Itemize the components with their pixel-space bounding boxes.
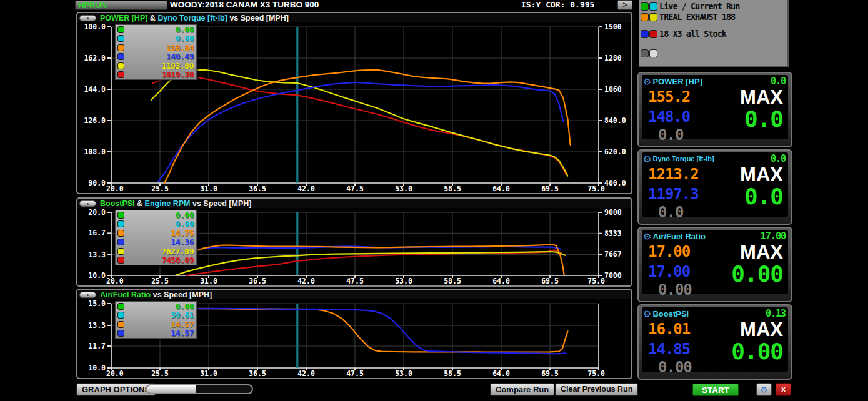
legend-row-run1: TREAL EXHAUST 188 xyxy=(641,12,735,22)
axis-tick-label: 69.5 xyxy=(541,184,559,193)
gauge-current-value: 17.00 xyxy=(761,230,786,242)
series-color-swatch xyxy=(117,330,124,337)
start-button[interactable]: START xyxy=(692,384,739,396)
axis-tick-label: 10.0 xyxy=(88,364,106,372)
gear-icon[interactable]: ⚙ xyxy=(643,77,651,86)
axis-tick-label: 1500 xyxy=(604,23,622,31)
series-color-swatch xyxy=(117,26,124,33)
gear-icon[interactable]: ⚙ xyxy=(643,232,651,241)
gauge-current-value: 0.13 xyxy=(766,308,786,319)
axis-tick-label: 42.0 xyxy=(297,277,315,285)
chart-legend-row: 0.00 xyxy=(116,34,196,44)
chart-collapse-button[interactable] xyxy=(79,292,96,298)
color-swatch xyxy=(649,2,657,11)
gauge-live-max: 0.0 xyxy=(744,184,783,209)
axis-tick-label: 69.5 xyxy=(541,369,559,378)
app-logo-button[interactable]: HPRUN xyxy=(75,1,167,10)
gauge-run1-max: 1213.2 xyxy=(648,166,699,183)
gauge-title: POWER [HP] xyxy=(652,77,702,86)
chart-legend-row: 0.00 xyxy=(116,302,196,311)
legend-label: Live / Current Run xyxy=(659,1,739,11)
gauge-live-max: 0.00 xyxy=(731,339,783,364)
gauge-torque: ⚙ Dyno Torque [ft-lb] 0.0 1213.2 MAX 119… xyxy=(637,149,792,225)
axis-tick-label: 31.0 xyxy=(200,184,217,193)
chart-collapse-button[interactable] xyxy=(79,200,96,207)
gauge-screen: ⚙ BoostPSI 0.13 16.01 MAX 14.85 0.00 0.0… xyxy=(642,307,788,372)
series-cursor-value: 1103.80 xyxy=(124,61,196,71)
series-cursor-value: 7458.09 xyxy=(124,255,196,265)
series-cursor-value: 150.84 xyxy=(124,43,196,52)
chart-header: BoostPSI & Engine RPM vs Speed [MPH] xyxy=(77,199,631,208)
axis-tick-label: 162.0 xyxy=(84,54,106,62)
gear-icon[interactable]: ⚙ xyxy=(643,309,651,319)
chart-legend-row: 7627.09 xyxy=(116,247,196,256)
chart-plot-area[interactable]: 180.0162.0144.0126.0108.090.015001280106… xyxy=(77,23,631,193)
color-swatch xyxy=(641,13,649,21)
color-swatch xyxy=(641,49,649,57)
axis-tick-label: 75.0 xyxy=(587,369,605,378)
gauge-max-label: MAX xyxy=(740,86,783,109)
series-cursor-value: 0.00 xyxy=(124,210,196,220)
axis-tick-label: 31.0 xyxy=(200,369,217,378)
settings-gear-button[interactable]: ⚙ xyxy=(756,383,772,396)
axis-tick-label: 1280 xyxy=(604,54,622,62)
color-swatch xyxy=(641,2,649,11)
axis-tick-label: 620.0 xyxy=(604,147,626,156)
axis-tick-label: 42.0 xyxy=(297,184,315,193)
axis-tick-label: 47.5 xyxy=(346,277,364,285)
legend-label: 18 X3 all Stock xyxy=(659,29,726,39)
chart-legend-row: 1103.80 xyxy=(116,61,196,71)
axis-tick-label: 13.3 xyxy=(88,250,106,259)
chart-legend-row: 7458.09 xyxy=(116,256,196,265)
axis-tick-label: 180.0 xyxy=(84,23,106,31)
chart-plot-area[interactable]: 15.013.311.710.020.025.531.036.542.047.5… xyxy=(77,300,631,378)
axis-tick-label: 64.0 xyxy=(492,184,510,193)
gear-icon[interactable]: ⚙ xyxy=(643,154,651,164)
chart-title: POWER [HP] & Dyno Torque [ft-lb] vs Spee… xyxy=(100,14,289,22)
expand-legend-button[interactable]: > xyxy=(617,0,632,10)
gauge-zero-value: 0.00 xyxy=(658,359,692,376)
chart-legend-row: 50.61 xyxy=(116,311,196,320)
gauge-run2-max: 17.00 xyxy=(648,263,690,280)
graph-options-button[interactable]: GRAPH OPTIONS xyxy=(76,383,156,396)
chart-collapse-button[interactable] xyxy=(79,15,96,21)
compare-run-button[interactable]: Compare Run xyxy=(490,383,554,396)
chart-title-segment: POWER [HP] xyxy=(100,14,147,22)
axis-tick-label: 25.5 xyxy=(151,277,169,285)
chart-legend-row: 1019.30 xyxy=(116,71,196,80)
series-cursor-value: 14.57 xyxy=(124,320,196,329)
close-button[interactable]: X xyxy=(776,383,791,396)
chart-title: BoostPSI & Engine RPM vs Speed [MPH] xyxy=(100,199,251,208)
axis-tick-label: 47.5 xyxy=(346,369,364,378)
axis-tick-label: 11.7 xyxy=(88,342,106,350)
gauge-run2-max: 148.0 xyxy=(648,108,690,126)
gauge-max-label: MAX xyxy=(740,164,783,186)
chart-title-segment: Dyno Torque [ft-lb] xyxy=(157,14,227,22)
chart-legend-row: 0.00 xyxy=(116,210,196,220)
gauge-run2-max: 14.85 xyxy=(648,340,690,358)
chart-legend-row: 14.57 xyxy=(116,329,196,339)
series-color-swatch xyxy=(117,53,124,60)
gauge-max-label: MAX xyxy=(740,319,783,341)
chart-power-torque: POWER [HP] & Dyno Torque [ft-lb] vs Spee… xyxy=(76,12,632,194)
legend-row-empty xyxy=(641,48,659,58)
axis-tick-label: 840.0 xyxy=(604,116,626,125)
series-color-swatch xyxy=(117,312,124,319)
axis-tick-label: 13.3 xyxy=(88,321,106,330)
chart-plot-area[interactable]: 20.016.713.310.0900083337667700020.025.5… xyxy=(77,209,631,285)
clear-previous-run-button[interactable]: Clear Previous Run xyxy=(555,383,638,396)
axis-tick-label: 9000 xyxy=(604,209,622,217)
chart-title-segment: Engine RPM xyxy=(145,199,191,208)
axis-tick-label: 31.0 xyxy=(200,277,217,285)
axis-tick-label: 90.0 xyxy=(88,179,106,187)
series-afr-stock-blue xyxy=(189,309,566,354)
gauge-run1-max: 17.00 xyxy=(648,243,690,260)
chart-title-segment: Air/Fuel Ratio xyxy=(100,290,151,299)
axis-tick-label: 75.0 xyxy=(587,277,605,285)
series-cursor-value: 0.00 xyxy=(124,302,196,311)
color-swatch xyxy=(649,13,657,21)
series-cursor-value: 50.61 xyxy=(124,310,196,320)
series-color-swatch xyxy=(117,212,124,219)
color-swatch xyxy=(641,30,649,38)
gauge-zero-value: 0.0 xyxy=(658,204,683,221)
